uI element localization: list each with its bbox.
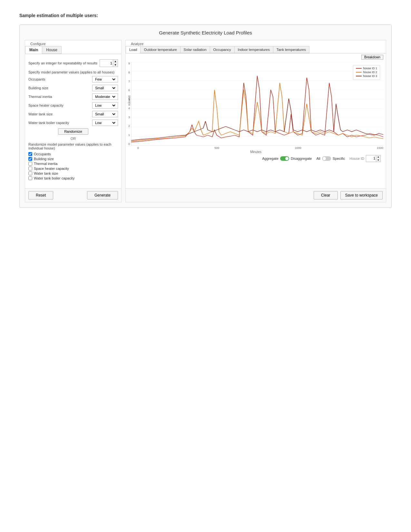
- x-tick-0: 0: [137, 146, 139, 150]
- cb-water-boiler[interactable]: [28, 176, 32, 180]
- all-label: All: [316, 157, 320, 160]
- tab-tank-temp[interactable]: Tank temperatures: [273, 46, 309, 53]
- building-size-select-box[interactable]: SmallMediumLarge: [92, 85, 118, 91]
- configure-label: Configure: [28, 41, 48, 46]
- y-tick-2: 2: [128, 124, 130, 128]
- left-panel: Configure Main House Specify an integer …: [25, 40, 122, 202]
- house-id-up[interactable]: ▲: [376, 155, 380, 159]
- cb-water-boiler-label: Water tank boiler capacity: [34, 176, 74, 180]
- disaggregate-label: Disaggregate: [291, 157, 312, 160]
- legend-label-2: house ID 2: [363, 71, 377, 74]
- house-id-input[interactable]: [366, 156, 376, 160]
- cb-space-heater-label: Space heater capacity: [34, 167, 69, 170]
- tab-occupancy[interactable]: Occupancy: [210, 46, 235, 53]
- tab-solar-rad[interactable]: Solar radiation: [180, 46, 210, 53]
- legend-label-1: house ID 1: [363, 67, 377, 70]
- chart-legend: house ID 1 house ID 2 house ID 3: [353, 65, 380, 80]
- spinner-up[interactable]: ▲: [113, 60, 118, 63]
- cb-thermal-inertia-label: Thermal inertia: [34, 162, 57, 166]
- x-tick-1500: 1500: [377, 146, 383, 150]
- analyze-tabs: Load Outdoor temperature Solar radiation…: [126, 46, 386, 53]
- or-divider: OR: [28, 137, 118, 140]
- y-tick-8: 8: [128, 71, 130, 74]
- water-boiler-select-box[interactable]: LowMediumHigh: [92, 120, 118, 126]
- building-size-label: Building size: [28, 86, 90, 90]
- building-size-select[interactable]: SmallMediumLarge: [94, 86, 116, 90]
- house-id-down[interactable]: ▼: [376, 159, 380, 162]
- tab-house[interactable]: House: [42, 46, 62, 54]
- house-id-row: House ID ▲ ▼: [349, 155, 381, 162]
- x-axis-label: Minutes: [128, 150, 383, 154]
- legend-line-1: [356, 68, 362, 69]
- configure-tabs: Main House: [25, 46, 121, 54]
- cb-occupants-label: Occupants: [34, 152, 51, 156]
- occupants-select-box[interactable]: FewMediumMany: [92, 76, 118, 82]
- generate-button[interactable]: Generate: [87, 191, 118, 199]
- space-heater-select-box[interactable]: LowMediumHigh: [92, 102, 118, 109]
- chart-controls: Aggregate Disaggregate All Sp: [128, 154, 383, 163]
- spinner-down[interactable]: ▼: [113, 63, 118, 67]
- water-boiler-select[interactable]: LowMediumHigh: [94, 121, 116, 125]
- tab-main[interactable]: Main: [25, 46, 42, 54]
- all-specific-toggle[interactable]: [322, 156, 331, 161]
- left-bottom-buttons: Reset Generate: [25, 188, 121, 202]
- y-tick-4: 4: [128, 107, 130, 110]
- y-tick-1: 1: [128, 133, 130, 137]
- app-title: Generate Synthetic Electricity Load Prof…: [25, 30, 386, 35]
- aggregate-label: Aggregate: [262, 157, 279, 160]
- house-id-label: House ID: [349, 157, 364, 160]
- clear-button[interactable]: Clear: [314, 191, 338, 199]
- thermal-inertia-select[interactable]: LowModerateHigh: [94, 94, 116, 99]
- y-axis-label: Kilowatt: [128, 95, 131, 106]
- occupants-label: Occupants: [28, 77, 90, 81]
- analyze-label: Analyze: [128, 41, 146, 46]
- water-boiler-label: Water tank boiler capacity: [28, 121, 90, 125]
- y-tick-7: 7: [128, 80, 130, 83]
- thermal-inertia-select-box[interactable]: LowModerateHigh: [92, 93, 118, 100]
- house-id-spinner[interactable]: ▲ ▼: [366, 155, 381, 162]
- y-tick-3: 3: [128, 116, 130, 119]
- cb-thermal-inertia[interactable]: [28, 162, 32, 166]
- cb-space-heater[interactable]: [28, 167, 32, 170]
- cb-occupants[interactable]: [28, 152, 32, 156]
- cb-building-size[interactable]: [28, 157, 32, 161]
- water-tank-size-select[interactable]: SmallMediumLarge: [94, 112, 116, 116]
- right-panel: Analyze Load Outdoor temperature Solar r…: [125, 40, 386, 202]
- repeatability-label: Specify an integer for repeatability of …: [28, 61, 98, 65]
- cb-water-tank-size[interactable]: [28, 171, 32, 175]
- model-params-label: Specify model parameter values (applies …: [28, 70, 118, 74]
- legend-line-3: [356, 76, 362, 76]
- legend-line-2: [356, 72, 362, 73]
- specific-label: Specific: [333, 157, 345, 160]
- cb-water-tank-size-label: Water tank size: [34, 171, 58, 175]
- space-heater-label: Space heater capacity: [28, 103, 90, 107]
- legend-label-3: house ID 3: [363, 74, 377, 78]
- chart-svg: [131, 62, 383, 146]
- reset-button[interactable]: Reset: [28, 191, 53, 199]
- repeatability-input[interactable]: [100, 61, 113, 66]
- repeatability-spinner[interactable]: ▲ ▼: [100, 59, 118, 67]
- right-bottom-buttons: Clear Save to workspace: [126, 188, 386, 202]
- water-tank-size-select-box[interactable]: SmallMediumLarge: [92, 111, 118, 117]
- y-tick-6: 6: [128, 89, 130, 92]
- water-tank-size-label: Water tank size: [28, 112, 90, 116]
- randomize-button[interactable]: Randomize: [58, 128, 88, 135]
- chart-area: Breakdown 9 8 7 6 5 4 3 2 1 0: [126, 53, 386, 188]
- aggregate-toggle-group: Aggregate Disaggregate: [262, 156, 312, 161]
- tab-load[interactable]: Load: [126, 46, 141, 53]
- breakdown-button[interactable]: Breakdown: [361, 55, 383, 60]
- cb-building-size-label: Building size: [34, 157, 54, 161]
- aggregate-toggle[interactable]: [280, 156, 289, 161]
- save-button[interactable]: Save to workspace: [340, 191, 383, 199]
- space-heater-select[interactable]: LowMediumHigh: [94, 103, 116, 108]
- all-specific-toggle-group: All Specific: [316, 156, 345, 161]
- tab-outdoor-temp[interactable]: Outdoor temperature: [140, 46, 180, 53]
- randomize-section-label: Randomize model parameter values (applie…: [28, 142, 118, 150]
- x-tick-1000: 1000: [295, 146, 301, 150]
- x-tick-500: 500: [214, 146, 219, 150]
- page-title: Sample estimation of multiple users:: [19, 13, 392, 18]
- tab-indoor-temp[interactable]: Indoor temperatures: [234, 46, 273, 53]
- y-tick-9: 9: [128, 62, 130, 65]
- y-tick-0: 0: [128, 142, 130, 146]
- occupants-select[interactable]: FewMediumMany: [94, 77, 116, 82]
